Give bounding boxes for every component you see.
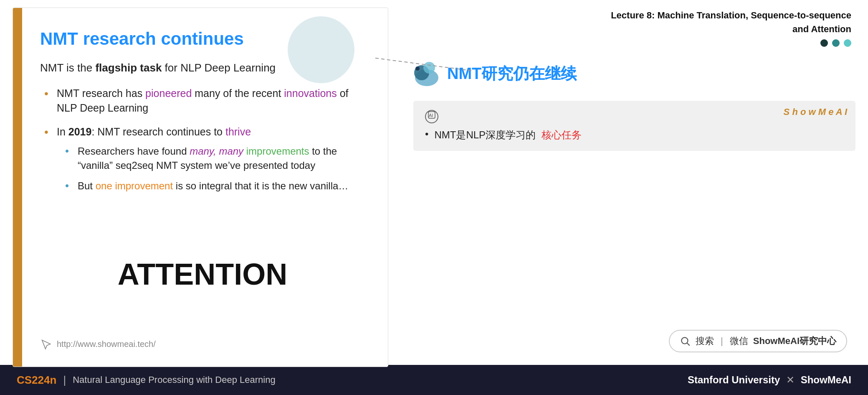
content-area: NMT research continues NMT is the flagsh… [0, 0, 868, 365]
sub2-orange: one improvement [96, 180, 173, 191]
bottom-brand: ShowMeAI [801, 374, 851, 385]
bottom-bar: CS224n | Natural Language Processing wit… [0, 365, 868, 395]
slide-panel: NMT research continues NMT is the flagsh… [13, 8, 388, 367]
sub-bullet-1: Researchers have found many, many improv… [65, 144, 365, 172]
bullet1-purple2: innovations [284, 87, 337, 99]
circle-annotation [288, 16, 354, 83]
search-wechat: 微信 [730, 335, 748, 347]
bullet2-thrive: thrive [225, 126, 251, 138]
sub2-before: But [78, 180, 96, 191]
search-icon [680, 336, 691, 347]
bottom-right: Stanford University ✕ ShowMeAI [688, 374, 851, 386]
sub-bullet-2: But one improvement is so integral that … [65, 179, 365, 193]
svg-line-8 [687, 343, 690, 346]
sub1-before: Researchers have found [78, 145, 190, 157]
bottom-subtitle: Natural Language Processing with Deep Le… [73, 375, 276, 385]
cn-title-section: NMT研究仍在继续 [413, 55, 855, 92]
svg-text:AI: AI [429, 113, 433, 118]
cs224n-label: CS224n [17, 374, 56, 387]
attention-text: ATTENTION [40, 240, 365, 300]
search-text: 搜索 [696, 335, 714, 347]
bottom-x: ✕ [786, 374, 795, 385]
showmeai-brand: S h o w M e A I [784, 107, 847, 117]
sub1-green: improvements [243, 145, 309, 157]
intro-normal: NMT is the [40, 61, 95, 74]
dashed-arrow [375, 58, 476, 83]
bullet2-before: In [57, 126, 68, 138]
bullet1-purple1: pioneered [145, 87, 192, 99]
intro-suffix: for NLP Deep Learning [162, 61, 276, 74]
bullet2-middle: : NMT research continues to [91, 126, 225, 138]
bullet-cn-before: NMT是NLP深度学习的 [434, 128, 536, 142]
lecture-title-line1: Lecture 8: Machine Translation, Sequence… [413, 8, 851, 22]
lecture-header-area: Lecture 8: Machine Translation, Sequence… [413, 8, 855, 47]
search-divider: | [721, 336, 723, 347]
cursor-icon [40, 338, 52, 350]
showmeai-box: S h o w M e A I AI NMT是NLP深度学习的核心任务 [413, 101, 855, 151]
sub1-italic: many, many [190, 145, 243, 157]
right-panel: Lecture 8: Machine Translation, Sequence… [401, 0, 868, 365]
bullet-item-2: In 2019: NMT research continues to thriv… [44, 125, 365, 193]
slide-footer: http://www.showmeai.tech/ [40, 338, 365, 350]
bottom-left: CS224n | Natural Language Processing wit… [17, 374, 276, 387]
lecture-header: Lecture 8: Machine Translation, Sequence… [413, 8, 855, 36]
intro-bold: flagship task [95, 61, 162, 74]
svg-line-0 [375, 58, 471, 71]
sub2-after: is so integral that it is the new vanill… [173, 180, 348, 191]
bullet-item-1: NMT research has pioneered many of the r… [44, 86, 365, 115]
slide-url: http://www.showmeai.tech/ [57, 339, 156, 349]
search-bar[interactable]: 搜索 | 微信 ShowMeAI研究中心 [669, 330, 847, 352]
bullet2-bold: 2019 [68, 126, 92, 138]
sub-bullet-list: Researchers have found many, many improv… [65, 144, 365, 193]
nav-dot-3 [844, 39, 851, 47]
stanford-text: Stanford University [688, 374, 780, 385]
bullet-cn-red: 核心任务 [542, 128, 582, 142]
bullet-list: NMT research has pioneered many of the r… [44, 86, 365, 202]
showmeai-ai-icon: AI [425, 110, 438, 123]
bullet1-middle: many of the recent [192, 87, 284, 99]
nav-dot-2 [832, 39, 840, 47]
search-brand: ShowMeAI研究中心 [753, 335, 836, 347]
bottom-divider: | [63, 374, 66, 387]
lecture-nav-dots [413, 39, 855, 47]
slide-left-bar [13, 8, 22, 367]
page-container: NMT research continues NMT is the flagsh… [0, 0, 868, 395]
bullet1-before: NMT research has [57, 87, 145, 99]
showmeai-bullet: NMT是NLP深度学习的核心任务 [425, 128, 844, 142]
search-bar-container: 搜索 | 微信 ShowMeAI研究中心 [413, 330, 855, 357]
nav-dot-1 [820, 39, 828, 47]
svg-point-7 [681, 337, 688, 344]
lecture-title-line2: and Attention [413, 22, 851, 36]
